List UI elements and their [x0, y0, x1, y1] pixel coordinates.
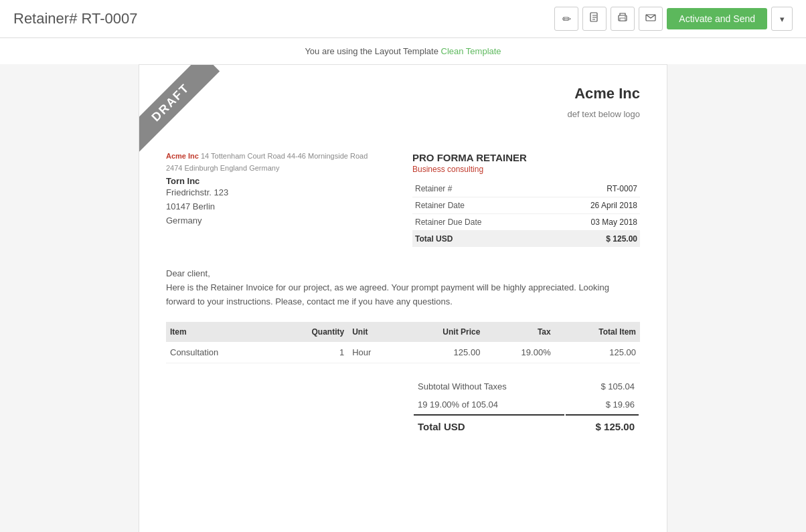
subtotal-value: $ 105.04 [566, 378, 639, 395]
template-info-bar: You are using the Layout Template Clean … [0, 38, 806, 64]
invoice-subtitle: Business consulting [412, 165, 640, 174]
print-icon [617, 12, 628, 25]
field-value: 03 May 2018 [544, 214, 640, 231]
toolbar-actions: ✏ [554, 7, 793, 31]
to-country: Germany [166, 214, 399, 228]
to-postal: 10147 Berlin [166, 200, 399, 214]
tax-value: $ 19.96 [566, 396, 639, 413]
letter-body: Dear client, Here is the Retainer Invoic… [166, 267, 640, 308]
total-value: $ 125.00 [544, 231, 640, 248]
details-table: Retainer #RT-0007Retainer Date26 April 2… [412, 181, 640, 247]
subtotal-label: Subtotal Without Taxes [414, 378, 564, 395]
pdf-icon [589, 12, 600, 25]
company-name: Acme Inc [166, 85, 640, 102]
total-label: Total USD [412, 231, 544, 248]
template-info-text: You are using the Layout Template [305, 46, 438, 56]
item-unit-price: 125.00 [399, 342, 485, 363]
svg-point-3 [625, 16, 627, 17]
dropdown-button[interactable]: ▾ [771, 7, 793, 31]
item-unit: Hour [348, 342, 398, 363]
details-field-row: Retainer #RT-0007 [412, 181, 640, 197]
edit-button[interactable]: ✏ [554, 7, 578, 31]
chevron-down-icon: ▾ [780, 14, 785, 24]
grand-total-label: Total USD [414, 414, 564, 436]
template-link[interactable]: Clean Template [441, 46, 501, 56]
letter-greeting: Dear client, [166, 267, 640, 281]
activate-send-button[interactable]: Activate and Send [667, 8, 767, 29]
page-title: Retainer# RT-0007 [13, 10, 138, 27]
document: DRAFT Acme Inc def text below logo Acme … [139, 64, 667, 532]
grand-total-value: $ 125.00 [566, 414, 639, 436]
field-label: Retainer # [412, 181, 544, 197]
item-name: Consultation [166, 342, 272, 363]
item-total: 125.00 [555, 342, 640, 363]
to-name: Torn Inc [166, 176, 399, 186]
edit-icon: ✏ [562, 13, 571, 25]
field-value: 26 April 2018 [544, 197, 640, 214]
items-table-body: Consultation 1 Hour 125.00 19.00% 125.00 [166, 342, 640, 363]
letter-text: Here is the Retainer Invoice for our pro… [166, 281, 640, 309]
document-inner: Acme Inc def text below logo Acme Inc 14… [139, 65, 667, 457]
two-col-section: Acme Inc 14 Tottenham Court Road 44-46 M… [166, 152, 640, 247]
totals-table: Subtotal Without Taxes $ 105.04 19 19.00… [412, 377, 640, 437]
details-field-row: Retainer Date26 April 2018 [412, 197, 640, 214]
tax-label: 19 19.00% of 105.04 [414, 396, 564, 413]
details-total-row: Total USD $ 125.00 [412, 231, 640, 248]
print-button[interactable] [611, 7, 635, 31]
details-field-row: Retainer Due Date03 May 2018 [412, 214, 640, 231]
svg-rect-2 [620, 18, 625, 21]
from-address-line: Acme Inc 14 Tottenham Court Road 44-46 M… [166, 152, 399, 160]
from-city-line: 2474 Edinburgh England Germany [166, 164, 399, 172]
def-text: def text below logo [166, 109, 640, 119]
items-header-row: Item Quantity Unit Unit Price Tax Total … [166, 322, 640, 342]
col-item: Item [166, 322, 272, 342]
field-label: Retainer Date [412, 197, 544, 214]
document-wrapper: DRAFT Acme Inc def text below logo Acme … [0, 64, 806, 532]
totals-section: Subtotal Without Taxes $ 105.04 19 19.00… [166, 377, 640, 437]
to-details: Friedrichstr. 123 10147 Berlin Germany [166, 186, 399, 228]
col-total-item: Total Item [555, 322, 640, 342]
col-unit-price: Unit Price [399, 322, 485, 342]
invoice-details: PRO FORMA RETAINER Business consulting R… [412, 152, 640, 247]
col-tax: Tax [484, 322, 554, 342]
field-value: RT-0007 [544, 181, 640, 197]
email-icon [645, 12, 656, 25]
subtotal-row: Subtotal Without Taxes $ 105.04 [414, 378, 639, 395]
top-bar: Retainer# RT-0007 ✏ [0, 0, 806, 38]
item-tax: 19.00% [484, 342, 554, 363]
pdf-button[interactable] [582, 7, 607, 31]
billing-address: Acme Inc 14 Tottenham Court Road 44-46 M… [166, 152, 399, 247]
items-table-header: Item Quantity Unit Unit Price Tax Total … [166, 322, 640, 342]
items-table: Item Quantity Unit Unit Price Tax Total … [166, 322, 640, 363]
field-label: Retainer Due Date [412, 214, 544, 231]
table-row: Consultation 1 Hour 125.00 19.00% 125.00 [166, 342, 640, 363]
item-quantity: 1 [272, 342, 348, 363]
grand-total-row: Total USD $ 125.00 [414, 414, 639, 436]
from-street: 14 Tottenham Court Road 44-46 Morningsid… [201, 152, 368, 160]
invoice-title: PRO FORMA RETAINER [412, 152, 640, 163]
tax-row: 19 19.00% of 105.04 $ 19.96 [414, 396, 639, 413]
to-street: Friedrichstr. 123 [166, 186, 399, 200]
company-header: Acme Inc def text below logo [166, 85, 640, 139]
email-button[interactable] [639, 7, 663, 31]
col-unit: Unit [348, 322, 398, 342]
from-company: Acme Inc [166, 152, 199, 160]
col-quantity: Quantity [272, 322, 348, 342]
